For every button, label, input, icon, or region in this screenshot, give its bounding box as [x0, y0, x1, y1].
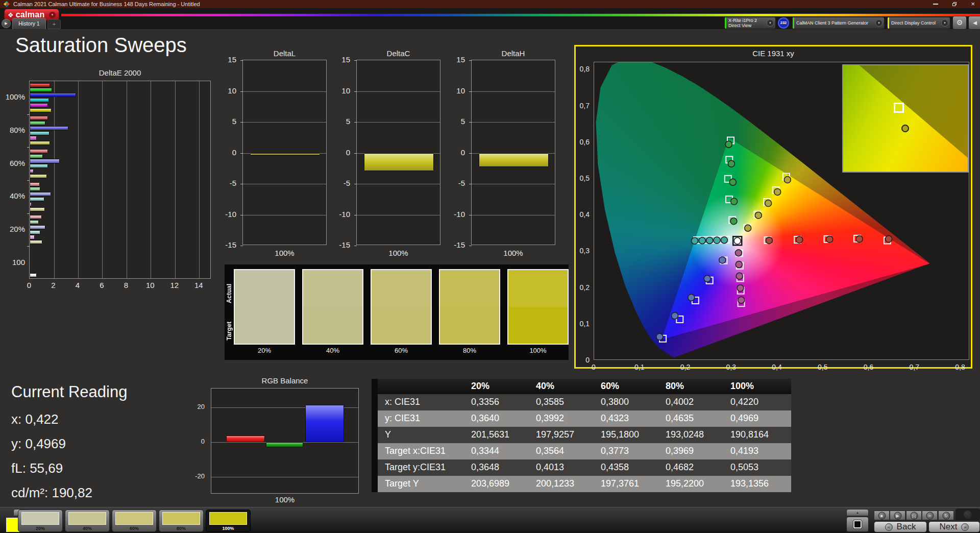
- deltaL-bar: [250, 153, 320, 156]
- cie-ytick: 0,8: [576, 65, 590, 73]
- play-button[interactable]: ▶: [890, 511, 905, 520]
- table-cell: 0,3585: [531, 394, 596, 410]
- chevron-down-icon[interactable]: ▼: [49, 12, 56, 18]
- refresh-button[interactable]: ↻: [938, 511, 954, 520]
- table-cell: 193,0248: [660, 427, 725, 443]
- deltae-bar-40%-blue: [30, 192, 51, 196]
- table-row: Y201,5631197,9257195,1800193,0248190,816…: [372, 427, 791, 443]
- deltaH-ytick: 5: [447, 117, 465, 126]
- deltae-bar-60%-green: [30, 154, 43, 158]
- gridline: [243, 122, 326, 123]
- axis-tick: [27, 213, 30, 214]
- minimize-icon[interactable]: [933, 4, 938, 5]
- chevron-down-icon[interactable]: ▼: [875, 19, 883, 27]
- swatch-color: [115, 512, 153, 525]
- axis-tick: [469, 215, 472, 215]
- tab-add-button[interactable]: +: [47, 19, 61, 29]
- meter-badge[interactable]: 232: [778, 17, 789, 29]
- reading-1: x: 0,422: [11, 411, 59, 427]
- swatch-color: [68, 512, 106, 525]
- cie-xtick: 0,4: [770, 363, 784, 371]
- deltae-bar-80%-red: [30, 116, 48, 120]
- table-row: Target y:CIE310,36480,40130,43580,46820,…: [372, 459, 791, 476]
- settings-gear-button[interactable]: ⚙: [952, 16, 967, 30]
- rgb-bar-green: [266, 442, 303, 447]
- close-icon[interactable]: ×: [971, 0, 975, 8]
- pattern-swatch-button-60%[interactable]: 60%: [112, 510, 157, 532]
- gridline: [357, 122, 440, 123]
- display-control-dropdown[interactable]: Direct Display Control ▼: [887, 17, 950, 29]
- frame-advance-button[interactable]: [-]: [906, 511, 922, 520]
- back-button[interactable]: « Back: [874, 521, 927, 532]
- pattern-swatch-button-20%[interactable]: 20%: [18, 510, 63, 532]
- inset-target-marker: [894, 103, 904, 113]
- table-cell: 0,3564: [531, 443, 596, 459]
- table-cell: 197,3761: [596, 476, 660, 492]
- pattern-swatch-button-100%[interactable]: 100%: [206, 510, 251, 532]
- gridline: [472, 215, 555, 215]
- rgb-bar-blue: [305, 405, 344, 442]
- collapse-panel-button[interactable]: ◀: [968, 16, 980, 30]
- deltaL-ytick: 0: [218, 148, 236, 157]
- swatch-button-label: 80%: [159, 526, 203, 531]
- gridline: [357, 91, 440, 92]
- table-cell: 203,6989: [466, 476, 531, 492]
- axis-tick: [354, 153, 357, 154]
- read-popup-button[interactable]: ▲: [846, 509, 869, 516]
- continuous-loop-button[interactable]: ∞: [922, 511, 938, 520]
- axis-tick: [354, 184, 357, 184]
- up-arrow-icon: ▲: [856, 511, 859, 514]
- table-cell: 0,3800: [596, 394, 660, 410]
- display-control-name: Direct Display Control: [889, 20, 938, 26]
- cie-ytick: 0,6: [576, 138, 590, 146]
- calman-diamond-icon: ❖: [8, 12, 14, 18]
- deltaC-ytick: 15: [332, 55, 350, 64]
- table-cell: 0,4013: [531, 459, 596, 476]
- axis-tick: [240, 215, 243, 215]
- next-button[interactable]: Next »: [928, 521, 980, 532]
- restore-icon[interactable]: [952, 2, 957, 6]
- read-continuous-button[interactable]: [846, 517, 869, 532]
- chevrons-left-icon: «: [885, 523, 893, 531]
- cie-xtick: 0,3: [724, 363, 738, 371]
- deltae-bar-80%-green: [30, 121, 45, 125]
- deltaH-ytick: -15: [447, 240, 465, 250]
- pattern-generator-dropdown[interactable]: CalMAN Client 3 Pattern Generator ▼: [792, 17, 885, 29]
- deltac-chart: DeltaC151050-5-10-15100%: [332, 49, 444, 259]
- gridline: [472, 122, 555, 123]
- cie-ytick: 0,3: [576, 247, 590, 255]
- axis-tick: [240, 60, 243, 61]
- deltaC-title: DeltaC: [356, 49, 440, 58]
- table-cell: 190,8164: [725, 427, 790, 443]
- tab-scroll-button[interactable]: ▶: [2, 19, 11, 28]
- gridline: [199, 81, 200, 278]
- deltaL-ytick: -5: [218, 179, 236, 188]
- titlebar: Calman 2021 Calman Ultimate for Business…: [0, 0, 980, 8]
- pattern-swatch-button-80%[interactable]: 80%: [159, 510, 204, 532]
- table-cell: 195,2200: [660, 476, 725, 492]
- gear-icon: ⚙: [957, 18, 963, 27]
- deltae-bar-80%-blue: [30, 126, 68, 130]
- stop-button[interactable]: ■: [874, 511, 890, 520]
- chevron-down-icon[interactable]: ▼: [941, 19, 948, 27]
- tab-history-1[interactable]: History 1: [12, 18, 46, 29]
- cie-xtick: 0,6: [862, 363, 876, 371]
- chevron-down-icon[interactable]: ▼: [767, 19, 774, 27]
- swatch-80%: [439, 269, 500, 345]
- current-reading-title: Current Reading: [11, 383, 127, 401]
- deltaH-ytick: 15: [447, 55, 465, 64]
- deltae-group-label: 40%: [3, 191, 25, 201]
- table-cell: 201,5631: [466, 427, 531, 443]
- pattern-swatch-button-40%[interactable]: 40%: [65, 510, 110, 532]
- swatch-label: 100%: [507, 347, 569, 354]
- cie-ytick: 0,1: [576, 320, 590, 328]
- deltaC-ytick: -15: [332, 240, 350, 250]
- deltaL-ytick: 5: [218, 117, 236, 126]
- deltaC-ytick: 5: [332, 117, 350, 126]
- swatch-button-label: 40%: [65, 526, 109, 531]
- meter-dropdown[interactable]: X-Rite i1Pro 2 Direct View ▼: [724, 17, 776, 29]
- deltae-bar-20%-cyan: [30, 230, 40, 234]
- swatch-color: [209, 512, 247, 525]
- deltaL-plot: [242, 60, 327, 245]
- deltaL-title: DeltaL: [242, 49, 327, 58]
